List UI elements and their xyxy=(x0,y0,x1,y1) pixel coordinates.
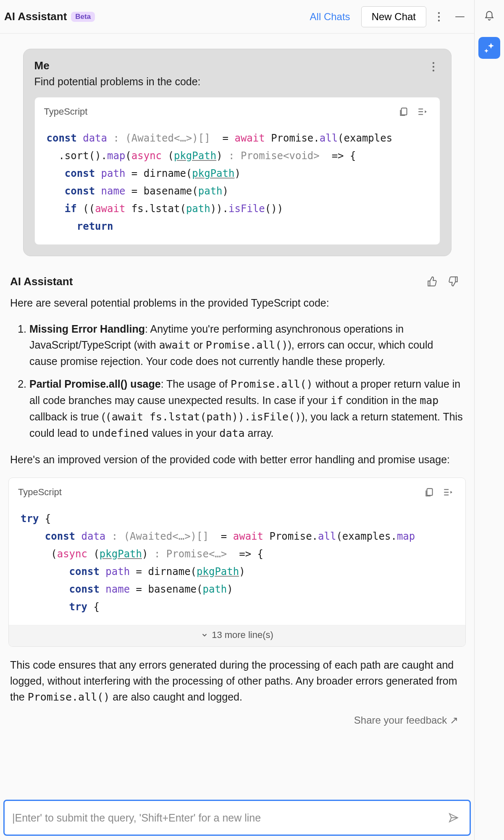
list-item: Partial Promise.all() usage: The usage o… xyxy=(29,376,464,441)
expand-code-button[interactable]: 13 more line(s) xyxy=(9,625,465,646)
share-feedback-link[interactable]: Share your feedback ↗ xyxy=(8,705,466,732)
svg-rect-6 xyxy=(401,108,407,115)
beta-badge: Beta xyxy=(71,12,95,22)
minimize-icon[interactable] xyxy=(452,8,468,25)
svg-point-3 xyxy=(432,62,434,64)
more-options-icon[interactable] xyxy=(430,8,447,25)
svg-point-2 xyxy=(438,19,440,21)
right-rail xyxy=(475,0,504,840)
assistant-code-block: TypeScript try { const data : (Awaited<…… xyxy=(8,478,466,647)
insert-code-icon[interactable] xyxy=(414,103,430,120)
all-chats-link[interactable]: All Chats xyxy=(310,11,350,23)
insert-code-icon[interactable] xyxy=(439,484,456,501)
user-message: Me Find potential problems in the code: … xyxy=(23,49,452,256)
thumbs-down-icon[interactable] xyxy=(445,273,462,290)
chat-area: Me Find potential problems in the code: … xyxy=(0,34,474,795)
new-chat-button[interactable]: New Chat xyxy=(361,6,426,27)
svg-point-1 xyxy=(438,16,440,17)
user-code-block: TypeScript const data : (Awaited<…>)[] =… xyxy=(34,97,440,245)
assistant-message: AI Assistant Here are several potential … xyxy=(8,256,466,732)
copy-code-icon[interactable] xyxy=(395,103,412,120)
assistant-label: AI Assistant xyxy=(10,275,73,288)
message-more-icon[interactable] xyxy=(425,58,442,75)
copy-code-icon[interactable] xyxy=(421,484,438,501)
user-text: Find potential problems in the code: xyxy=(34,76,440,88)
prompt-input-row xyxy=(3,800,471,836)
assistant-improved-intro: Here's an improved version of the provid… xyxy=(10,452,464,467)
assistant-intro: Here are several potential problems in t… xyxy=(10,295,464,311)
app-title: AI Assistant xyxy=(4,10,67,23)
thumbs-up-icon[interactable] xyxy=(424,273,441,290)
svg-rect-7 xyxy=(427,488,433,495)
code-language-label: TypeScript xyxy=(44,106,88,117)
svg-point-4 xyxy=(432,66,434,68)
bell-icon[interactable] xyxy=(481,8,498,24)
ai-sparkle-button[interactable] xyxy=(478,37,500,59)
closing-text: This code ensures that any errors genera… xyxy=(10,659,457,703)
sender-label: Me xyxy=(34,59,440,72)
user-code-content: const data : (Awaited<…>)[] = await Prom… xyxy=(35,126,440,244)
list-item: Missing Error Handling: Anytime you're p… xyxy=(29,321,464,369)
prompt-input[interactable] xyxy=(12,812,445,824)
send-icon[interactable] xyxy=(445,809,462,826)
code-language-label: TypeScript xyxy=(18,487,62,498)
chevron-down-icon xyxy=(201,630,208,641)
assistant-code-content: try { const data : (Awaited<…>)[] = awai… xyxy=(9,507,465,625)
svg-point-5 xyxy=(432,70,434,71)
svg-point-0 xyxy=(438,12,440,13)
topbar: AI Assistant Beta All Chats New Chat xyxy=(0,0,474,34)
